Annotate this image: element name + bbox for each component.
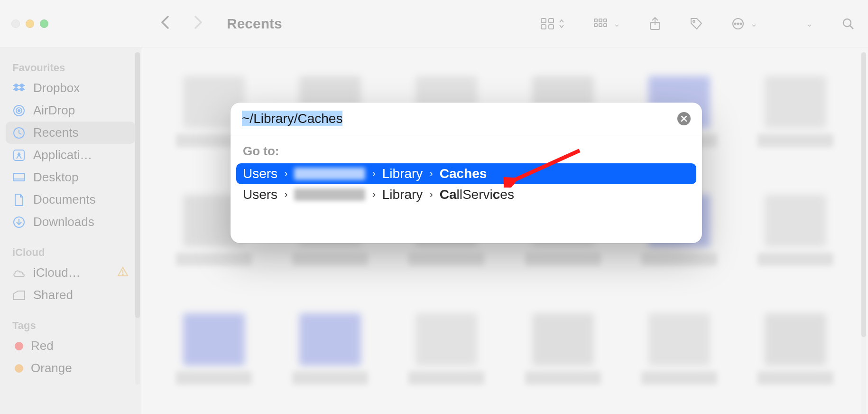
sidebar-item-label: iCloud… — [33, 265, 81, 280]
sidebar-section-tags: Tags — [0, 315, 141, 335]
svg-rect-0 — [541, 19, 546, 23]
content-scrollbar-thumb[interactable] — [861, 52, 866, 337]
documents-icon — [12, 193, 26, 207]
go-to-result[interactable]: Users › › Library › CallServices — [236, 184, 696, 205]
chevron-right-icon: › — [284, 168, 287, 180]
svg-rect-3 — [549, 25, 554, 29]
sidebar-item-label: Documents — [33, 192, 96, 207]
clear-input-button[interactable] — [677, 112, 691, 125]
desktop-icon — [12, 171, 26, 184]
group-by-button[interactable]: ⌄ — [593, 18, 620, 29]
sidebar-item-label: Desktop — [33, 170, 78, 185]
chevron-right-icon: › — [284, 188, 287, 201]
svg-rect-8 — [599, 24, 602, 27]
go-to-folder-dialog: ~/Library/Caches Go to: Users › › Librar… — [231, 103, 702, 243]
toolbar-right: ⌄ ⌄ ⌄ — [540, 0, 855, 47]
path-segment-final: Caches — [440, 166, 487, 181]
search-button[interactable] — [841, 17, 855, 30]
go-to-section-label: Go to: — [231, 135, 702, 163]
chevron-right-icon: › — [429, 168, 433, 180]
path-segment-redacted — [294, 188, 365, 201]
svg-rect-4 — [594, 19, 597, 22]
warning-icon — [117, 266, 129, 280]
sidebar-item-downloads[interactable]: Downloads — [0, 211, 141, 233]
sidebar-tag-red[interactable]: Red — [0, 335, 141, 357]
sidebar-item-airdrop[interactable]: AirDrop — [0, 99, 141, 122]
minimize-window-button[interactable] — [26, 19, 34, 28]
recents-icon — [12, 126, 26, 140]
path-segment: Library — [382, 166, 423, 181]
icloud-icon — [12, 266, 26, 280]
sidebar-scrollbar[interactable] — [135, 52, 140, 385]
sidebar-section-favourites: Favourites — [0, 57, 141, 77]
sidebar-item-desktop[interactable]: Desktop — [0, 166, 141, 188]
svg-point-13 — [735, 23, 736, 24]
sidebar-item-label: Recents — [33, 125, 78, 140]
sidebar-item-recents[interactable]: Recents — [6, 122, 135, 144]
sidebar-item-icloud-drive[interactable]: iCloud… — [0, 262, 141, 284]
chevron-down-icon: ⌄ — [750, 19, 757, 29]
nav-arrows — [160, 16, 203, 31]
path-segment: Library — [382, 187, 423, 202]
chevron-right-icon: › — [429, 188, 433, 201]
share-button[interactable] — [649, 17, 661, 31]
applications-icon — [12, 149, 26, 162]
chevron-right-icon: › — [372, 168, 375, 180]
sidebar-item-label: Downloads — [33, 215, 94, 229]
sidebar-item-applications[interactable]: Applicati… — [0, 144, 141, 166]
svg-point-11 — [693, 20, 695, 22]
svg-point-19 — [18, 110, 20, 112]
chevron-down-icon: ⌄ — [613, 19, 620, 29]
window-title: Recents — [227, 16, 282, 32]
svg-point-16 — [843, 19, 851, 27]
sidebar-item-label: Dropbox — [33, 81, 80, 95]
path-segment-final: CallServices — [440, 187, 514, 202]
go-to-path-value: ~/Library/Caches — [242, 111, 342, 126]
path-segment: Users — [243, 187, 277, 202]
sidebar-item-label: Shared — [33, 288, 73, 302]
maximize-window-button[interactable] — [40, 19, 48, 28]
sidebar-item-label: Orange — [31, 361, 72, 376]
sidebar-item-label: AirDrop — [33, 103, 75, 118]
action-menu-button[interactable]: ⌄ — [731, 17, 757, 30]
go-to-path-input[interactable]: ~/Library/Caches — [242, 109, 677, 128]
svg-point-15 — [740, 23, 742, 24]
downloads-icon — [12, 216, 26, 229]
back-button[interactable] — [160, 16, 171, 31]
sidebar-item-documents[interactable]: Documents — [0, 188, 141, 211]
svg-rect-6 — [604, 19, 607, 22]
chevron-updown-icon — [558, 19, 565, 29]
svg-rect-5 — [599, 19, 602, 22]
finder-toolbar: Recents ⌄ ⌄ ⌄ — [0, 0, 868, 47]
svg-rect-1 — [549, 19, 554, 23]
content-scrollbar[interactable] — [861, 52, 866, 414]
dropbox-icon — [12, 82, 26, 95]
shared-icon — [12, 289, 26, 302]
finder-sidebar: Favourites Dropbox AirDrop Recents Appli… — [0, 47, 141, 414]
view-icon-button[interactable] — [540, 18, 565, 30]
forward-button[interactable] — [193, 16, 203, 31]
sidebar-scrollbar-thumb[interactable] — [135, 52, 140, 318]
sidebar-item-dropbox[interactable]: Dropbox — [0, 77, 141, 99]
tag-button[interactable] — [690, 17, 703, 30]
chevron-down-icon: ⌄ — [806, 19, 813, 29]
go-to-result-selected[interactable]: Users › › Library › Caches — [236, 163, 696, 184]
svg-rect-2 — [541, 25, 546, 29]
sidebar-item-label: Red — [31, 339, 54, 353]
sidebar-item-shared[interactable]: Shared — [0, 284, 141, 306]
dropbox-toolbar-button[interactable]: ⌄ — [786, 18, 813, 30]
sidebar-item-label: Applicati… — [33, 148, 92, 162]
svg-rect-9 — [604, 24, 607, 27]
chevron-right-icon: › — [372, 188, 375, 201]
svg-point-14 — [738, 23, 739, 24]
close-window-button[interactable] — [11, 19, 20, 28]
sidebar-section-icloud: iCloud — [0, 242, 141, 262]
go-to-input-row: ~/Library/Caches — [231, 103, 702, 135]
svg-rect-7 — [594, 24, 597, 27]
svg-point-24 — [122, 274, 123, 275]
path-segment-redacted — [294, 168, 365, 180]
tag-dot-orange-icon — [15, 364, 23, 373]
svg-rect-22 — [13, 173, 25, 181]
tag-dot-red-icon — [15, 342, 23, 350]
sidebar-tag-orange[interactable]: Orange — [0, 357, 141, 379]
